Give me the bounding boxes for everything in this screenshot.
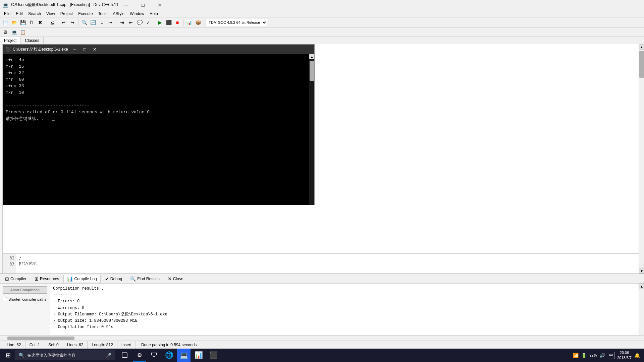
start-button[interactable]: ⊞ — [1, 349, 15, 362]
taskbar-clock[interactable]: 20:06 2018/6/7 — [617, 350, 632, 361]
tab-classes[interactable]: Classes — [21, 37, 44, 44]
status-sel: Sel: 0 — [44, 341, 63, 349]
syntax-check-icon[interactable]: ✓ — [144, 18, 152, 26]
console-line-6: m/n= 10 — [6, 89, 306, 96]
console-minimize-button[interactable]: ─ — [70, 46, 79, 53]
console-maximize-button[interactable]: □ — [80, 46, 90, 53]
console-scroll-up[interactable]: ▲ — [309, 54, 314, 59]
console-window: ⬛ C:\Users\坚毅\Desktop\6-1.exe ─ □ ✕ m+n=… — [3, 44, 315, 205]
compile-sidebar: Abort Compilation Shorten compiler paths — [0, 284, 50, 335]
compile-line-4: - Warnings: 0 — [53, 305, 636, 311]
minimize-button[interactable]: ─ — [118, 0, 134, 10]
find-next-icon[interactable]: ⤵ — [98, 18, 106, 26]
toolbar2-icon2[interactable]: 💻 — [10, 28, 18, 36]
close-button[interactable]: ✕ — [152, 0, 167, 10]
shorten-compiler-paths-checkbox-container: Shorten compiler paths — [3, 297, 47, 301]
console-titlebar: ⬛ C:\Users\坚毅\Desktop\6-1.exe ─ □ ✕ — [3, 45, 314, 54]
menu-execute[interactable]: Execute — [75, 10, 95, 17]
tab-project[interactable]: Project — [0, 37, 21, 44]
goto-icon[interactable]: ⤳ — [106, 18, 114, 26]
taskbar-app-browser[interactable]: 🌐 — [162, 349, 176, 362]
toolbar2-icon3[interactable]: 📋 — [19, 28, 27, 36]
save-icon[interactable]: 💾 — [19, 18, 27, 26]
taskbar-battery-text: 92% — [589, 353, 597, 357]
compile-line-7: - Compilation Time: 0.91s — [53, 324, 636, 330]
editor-scroll-down[interactable]: ▼ — [639, 268, 644, 274]
console-close-button[interactable]: ✕ — [90, 46, 100, 53]
open-file-icon[interactable]: 📂 — [10, 18, 18, 26]
editor-text-area[interactable]: } private: — [16, 254, 644, 274]
console-scroll-thumb[interactable] — [310, 61, 314, 81]
menu-file[interactable]: File — [1, 10, 13, 17]
menu-edit[interactable]: Edit — [13, 10, 25, 17]
save-all-icon[interactable]: 🗒 — [28, 18, 36, 26]
compile-output: Compilation results... ---------- - Erro… — [50, 284, 639, 335]
taskbar-ime-icon[interactable]: 中 — [608, 352, 614, 359]
taskbar-network-icon[interactable]: 📶 — [573, 353, 579, 358]
close-file-icon[interactable]: ✖ — [36, 18, 44, 26]
tab-debug[interactable]: ✔ Debug — [101, 275, 126, 283]
code-line-32: } — [19, 255, 641, 260]
compile-scroll-up[interactable]: ▲ — [639, 284, 644, 289]
taskbar-app-devcpp[interactable]: ⚙ — [133, 349, 146, 362]
taskbar-app-terminal[interactable]: ⬛ — [207, 349, 220, 362]
console-line-4: m*n= 60 — [6, 76, 306, 83]
compile-line-5: - Output Filename: C:\Users\坚毅\Desktop\6… — [53, 311, 636, 318]
taskbar-app-shield[interactable]: 🛡 — [148, 349, 161, 362]
undo-icon[interactable]: ↩ — [60, 18, 68, 26]
compile-line-3: - Errors: 0 — [53, 298, 636, 305]
package-icon[interactable]: 📦 — [194, 18, 202, 26]
menu-project[interactable]: Project — [58, 10, 75, 17]
new-file-icon[interactable]: 📄 — [1, 18, 9, 26]
tab-compile-log[interactable]: 📊 Compile Log — [63, 275, 100, 283]
compile-scrollbar[interactable]: ▲ ▼ — [639, 284, 644, 335]
bottom-tabs: ⊞ Compiler ⊞ Resources 📊 Compile Log ✔ D… — [0, 274, 644, 284]
toolbar2-icon1[interactable]: 🖥 — [1, 28, 9, 36]
redo-icon[interactable]: ↪ — [68, 18, 76, 26]
taskbar-app-task-view[interactable]: ❑ — [118, 349, 131, 362]
tab-compiler[interactable]: ⊞ Compiler — [1, 275, 30, 283]
menu-search[interactable]: Search — [25, 10, 44, 17]
toggle-comment-icon[interactable]: 💬 — [136, 18, 144, 26]
tab-resources[interactable]: ⊞ Resources — [31, 275, 63, 283]
menu-astyle[interactable]: AStyle — [110, 10, 127, 17]
menu-view[interactable]: View — [44, 10, 58, 17]
compile-area: Abort Compilation Shorten compiler paths… — [0, 284, 644, 335]
compile-hscroll-thumb[interactable] — [7, 337, 74, 340]
compile-hscrollbar[interactable] — [0, 335, 644, 341]
menu-window[interactable]: Window — [127, 10, 147, 17]
unindent-icon[interactable]: ⇤ — [127, 18, 135, 26]
editor-scroll-thumb[interactable] — [639, 51, 644, 78]
shorten-compiler-paths-checkbox[interactable] — [3, 297, 7, 301]
stop-icon[interactable]: ■ — [173, 18, 181, 26]
run-icon[interactable]: ⬛ — [165, 18, 173, 26]
taskbar-app-monitor[interactable]: 📊 — [192, 349, 205, 362]
taskbar-app-dev[interactable]: 💻 — [177, 349, 191, 362]
taskbar-search[interactable]: 🔍 在这里输入你要搜索的内容 🎤 — [15, 350, 115, 360]
toolbar: 📄 📂 💾 🗒 ✖ 🖨 ↩ ↪ 🔍 🔄 ⤵ ⤳ ⇥ ⇤ 💬 ✓ ▶ ⬛ ■ 📊 … — [0, 17, 644, 27]
taskbar-speaker-icon[interactable]: 🔊 — [599, 353, 605, 358]
taskbar-microphone-icon[interactable]: 🎤 — [106, 353, 111, 358]
taskbar-notification-icon[interactable]: 🔔 — [634, 353, 640, 358]
print-icon[interactable]: 🖨 — [48, 18, 56, 26]
replace-icon[interactable]: 🔄 — [89, 18, 97, 26]
maximize-button[interactable]: □ — [135, 0, 151, 10]
abort-compilation-button[interactable]: Abort Compilation — [3, 286, 47, 294]
compile-run-icon[interactable]: ▶ — [156, 18, 164, 26]
console-scrollbar[interactable]: ▲ — [309, 54, 314, 205]
status-bar: Line: 62 Col: 1 Sel: 0 Lines: 62 Length:… — [0, 341, 644, 349]
editor-scroll-up[interactable]: ▲ — [639, 44, 644, 50]
console-line-10: 请按任意键继续. . . _ — [6, 116, 306, 122]
indent-icon[interactable]: ⇥ — [118, 18, 126, 26]
taskbar-battery-icon[interactable]: 🔋 — [581, 353, 587, 358]
status-col: Col: 1 — [25, 341, 44, 349]
editor-vscrollbar[interactable]: ▲ ▼ — [639, 44, 644, 274]
menu-help[interactable]: Help — [147, 10, 161, 17]
compiler-select[interactable]: TDM-GCC 4.9.2 64-bit Release — [206, 19, 267, 26]
console-line-2: m-n= 15 — [6, 63, 306, 70]
tab-find-results[interactable]: 🔍 Find Results — [126, 275, 163, 283]
chart-icon[interactable]: 📊 — [185, 18, 193, 26]
find-icon[interactable]: 🔍 — [80, 18, 88, 26]
menu-tools[interactable]: Tools — [96, 10, 110, 17]
tab-close[interactable]: ✕ Close — [164, 275, 187, 283]
